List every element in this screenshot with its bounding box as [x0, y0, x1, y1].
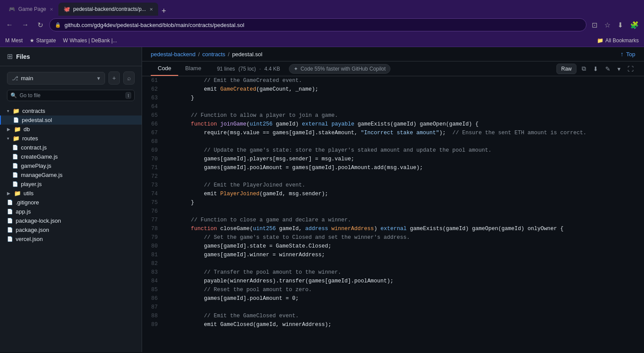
- breadcrumb: pedestal-backend / contracts / pedestal.…: [151, 51, 262, 58]
- sidebar-grid-icon: ⊞: [7, 52, 13, 61]
- new-tab-button[interactable]: +: [158, 7, 170, 16]
- add-file-button[interactable]: +: [108, 71, 120, 85]
- copy-raw-button[interactable]: ⧉: [580, 63, 588, 74]
- line-code: }: [165, 198, 644, 207]
- tree-item-utils[interactable]: ▶ 📁 utils: [0, 189, 142, 198]
- tree-item-vercel-json[interactable]: 📄 vercel.json: [0, 234, 142, 244]
- raw-button[interactable]: Raw: [556, 64, 576, 74]
- line-number: 68: [142, 137, 165, 146]
- edit-button[interactable]: ✎: [603, 64, 612, 74]
- tree-item-label: vercel.json: [16, 236, 43, 242]
- tab-close-icon[interactable]: ✕: [149, 7, 153, 12]
- code-line: 74 emit PlayerJoined(gameId, msg.sender)…: [142, 190, 644, 198]
- line-number: 63: [142, 94, 165, 102]
- bookmark-icon: M: [5, 37, 10, 44]
- line-number: 66: [142, 120, 165, 129]
- code-content: 61 // Emit the GameCreated event.62 emit…: [142, 76, 644, 352]
- line-code: payable(winnerAddress).transfer(games[ga…: [165, 277, 644, 285]
- bookmark-mest[interactable]: M Mest: [5, 37, 23, 44]
- tree-item-package-lock[interactable]: 📄 package-lock.json: [0, 216, 142, 225]
- tree-item-label: utils: [24, 190, 34, 197]
- folder-icon: 📁: [13, 135, 20, 142]
- tab-code[interactable]: Code: [151, 61, 178, 76]
- tree-item-label: manageGame.js: [21, 172, 62, 178]
- tree-item-gameplay-js[interactable]: 📄 gamePlay.js: [0, 161, 142, 170]
- bookmark-stargate[interactable]: ★ Stargate: [30, 37, 56, 44]
- expand-button[interactable]: ⛶: [626, 64, 635, 74]
- search-input[interactable]: [7, 90, 135, 101]
- tab-close-icon[interactable]: ✕: [50, 7, 53, 12]
- tree-item-label: contract.js: [21, 144, 47, 151]
- copilot-label: Code 55% faster with GitHub Copilot: [301, 66, 386, 72]
- download-button[interactable]: ⬇: [616, 19, 625, 31]
- tab-github[interactable]: 🐙 pedestal-backend/contracts/p... ✕: [58, 3, 158, 16]
- line-number: 62: [142, 85, 165, 94]
- bookmark-whales[interactable]: W Whales | DeBank |...: [63, 37, 117, 44]
- breadcrumb-repo[interactable]: pedestal-backend: [151, 51, 196, 58]
- tree-item-routes[interactable]: ▾ 📁 routes: [0, 134, 142, 143]
- file-tree: ▾ 📁 contracts 📄 pedestal.sol ▶ 📁 db ▾ 📁 …: [0, 106, 142, 352]
- tree-item-db[interactable]: ▶ 📁 db: [0, 125, 142, 134]
- address-box[interactable]: 🔒 github.com/gdg4dev/pedestal-backend/bl…: [49, 18, 586, 31]
- tab-game-page[interactable]: 🎮 Game Page ✕: [3, 3, 58, 16]
- tree-item-app-js[interactable]: 📄 app.js: [0, 207, 142, 216]
- back-button[interactable]: ←: [3, 19, 16, 31]
- line-code: emit GameCreated(gameCount, _name);: [165, 85, 644, 94]
- line-number: 73: [142, 181, 165, 190]
- tree-item-label: package-lock.json: [16, 217, 61, 224]
- more-options-button[interactable]: ▾: [616, 64, 622, 74]
- file-tabs-bar: Code Blame 91 lines (75 loc) · 4.4 KB ✦ …: [142, 61, 644, 76]
- reload-button[interactable]: ↻: [35, 19, 46, 31]
- search-file-button[interactable]: ⌕: [123, 71, 135, 85]
- bookmarks-folder-icon: 📁: [597, 37, 603, 44]
- forward-button[interactable]: →: [19, 19, 31, 31]
- tree-item-gitignore[interactable]: 📄 .gitignore: [0, 198, 142, 207]
- line-number: 75: [142, 198, 165, 207]
- tab-label: Game Page: [18, 6, 46, 12]
- file-size: 4.4 KB: [264, 66, 280, 72]
- sidebar: ⊞ Files ⎇ main ▾ + ⌕ 🔍 t ▾ 📁 contracts: [0, 47, 142, 352]
- chevron-down-icon: ▾: [97, 75, 100, 81]
- breadcrumb-folder[interactable]: contracts: [202, 51, 225, 58]
- file-icon: 📄: [7, 236, 13, 242]
- tree-item-managegame-js[interactable]: 📄 manageGame.js: [0, 170, 142, 180]
- tree-item-contracts[interactable]: ▾ 📁 contracts: [0, 106, 142, 115]
- tree-item-player-js[interactable]: 📄 player.js: [0, 180, 142, 189]
- file-icon: 📄: [12, 154, 18, 160]
- chevron-down-icon: ▾: [7, 136, 9, 141]
- line-code: games[gameId].poolAmount = games[gameId]…: [165, 163, 644, 172]
- search-shortcut-badge: t: [125, 92, 131, 99]
- bookmark-label: Stargate: [36, 37, 56, 44]
- line-number: 89: [142, 320, 165, 329]
- code-line: 87: [142, 303, 644, 312]
- branch-button[interactable]: ⎇ main ▾: [7, 72, 105, 85]
- bookmark-star-button[interactable]: ☆: [603, 19, 612, 31]
- tree-item-label: package.json: [16, 227, 49, 233]
- line-number: 74: [142, 190, 165, 198]
- line-number: 71: [142, 163, 165, 172]
- code-line: 67 require(msg.value == games[gameId].st…: [142, 129, 644, 137]
- file-icon: 📄: [7, 218, 13, 224]
- code-line: 69 // Update the game's state: store the…: [142, 146, 644, 155]
- file-actions: Raw ⧉ ⬇ ✎ ▾ ⛶: [556, 63, 635, 74]
- tree-item-pedestal-sol[interactable]: 📄 pedestal.sol: [0, 115, 142, 125]
- tree-item-creategame-js[interactable]: 📄 createGame.js: [0, 152, 142, 161]
- tree-item-package-json[interactable]: 📄 package.json: [0, 225, 142, 234]
- code-line: 68: [142, 137, 644, 146]
- file-icon: 📄: [7, 227, 13, 233]
- cast-button[interactable]: ⊡: [590, 19, 599, 31]
- code-line: 70 games[gameId].players[msg.sender] = m…: [142, 155, 644, 163]
- copilot-badge[interactable]: ✦ Code 55% faster with GitHub Copilot: [289, 64, 390, 74]
- breadcrumb-sep: /: [198, 51, 200, 58]
- top-button[interactable]: ↑ Top: [620, 51, 635, 58]
- tab-blame[interactable]: Blame: [178, 61, 208, 76]
- code-line: 82: [142, 259, 644, 268]
- code-line: 64: [142, 102, 644, 111]
- tree-item-contract-js[interactable]: 📄 contract.js: [0, 143, 142, 152]
- code-line: 66 function joinGame(uint256 gameId) ext…: [142, 120, 644, 129]
- extension-button[interactable]: 🧩: [628, 19, 641, 31]
- all-bookmarks[interactable]: 📁 All Bookmarks: [597, 37, 639, 44]
- download-button[interactable]: ⬇: [591, 64, 600, 74]
- tree-item-label: contracts: [22, 108, 45, 114]
- browser-tab-bar: 🎮 Game Page ✕ 🐙 pedestal-backend/contrac…: [0, 0, 644, 16]
